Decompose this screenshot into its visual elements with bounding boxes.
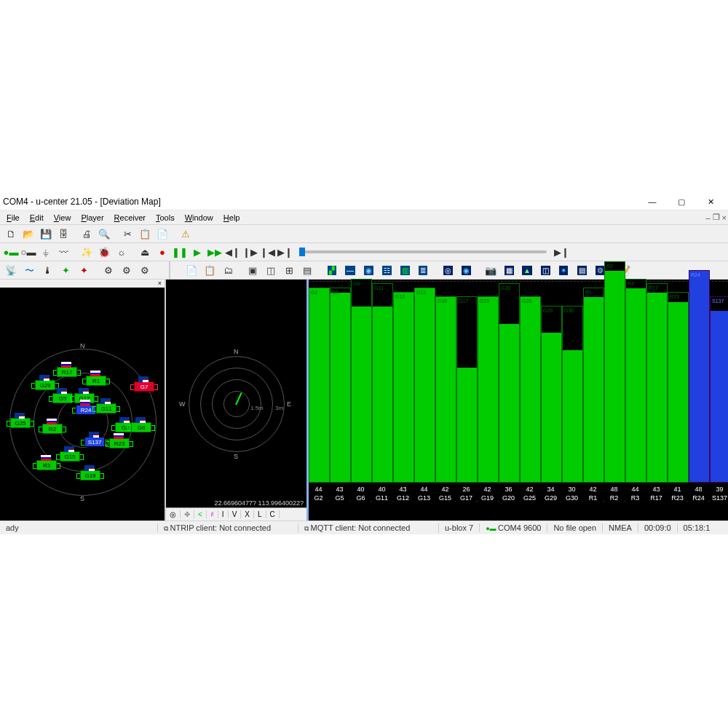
sat-R23[interactable]: R23 [109, 438, 130, 448]
sat-R1[interactable]: R1 [86, 376, 106, 386]
gear2-icon[interactable]: ⚙ [118, 262, 135, 278]
bar-R2[interactable]: R248R2 [604, 241, 624, 502]
menu-tools[interactable]: Tools [151, 213, 180, 223]
bar-G15[interactable]: G1542G15 [435, 241, 455, 502]
bar-G29[interactable]: G2934G29 [541, 241, 561, 502]
layout2-icon[interactable]: ◫ [262, 262, 280, 278]
doc-icon[interactable]: 📄 [183, 262, 200, 278]
maximize-button[interactable]: ▢ [667, 194, 696, 210]
skip-fwd-icon[interactable]: ▶❙ [276, 244, 293, 260]
dev-btn-x[interactable]: X [241, 510, 254, 518]
skyview-close-icon[interactable]: × [158, 280, 162, 287]
layout1-icon[interactable]: ▣ [244, 262, 261, 278]
gear3-icon[interactable]: ⚙ [136, 262, 154, 278]
cut-icon[interactable]: ✂ [119, 226, 136, 242]
menu-view[interactable]: View [49, 213, 76, 223]
mdi-restore-icon[interactable]: ❐ [713, 213, 720, 222]
step-fwd-icon[interactable]: ❙▶ [241, 244, 258, 260]
menu-player[interactable]: Player [76, 213, 108, 223]
bar-R17[interactable]: R1743R17 [646, 241, 666, 502]
dev-btn-grid-icon[interactable]: ♯ [207, 510, 218, 518]
print-icon[interactable]: 🖨 [78, 226, 95, 242]
status-mqtt: MQTT client: Not connected [311, 523, 411, 532]
signal-icon[interactable]: 〰 [55, 244, 72, 260]
saveas-icon[interactable]: 🗄 [55, 226, 72, 242]
bar-R3[interactable]: R344R3 [625, 241, 645, 502]
paste-icon[interactable]: 📄 [154, 226, 171, 242]
bar-R1[interactable]: R142R1 [583, 241, 603, 502]
bug-icon[interactable]: 🐞 [95, 244, 113, 260]
bar-G13[interactable]: G1344G13 [414, 241, 434, 502]
sat-R2[interactable]: R2 [42, 424, 63, 434]
sat-G5[interactable]: G5 [52, 393, 73, 403]
dev-btn-c[interactable]: C [266, 510, 280, 518]
minimize-button[interactable]: — [638, 194, 667, 210]
folder-icon[interactable]: 🗂 [219, 262, 237, 278]
dev-btn-lt-icon[interactable]: < [194, 510, 207, 518]
play-icon[interactable]: ▶ [189, 244, 206, 260]
bar-G5[interactable]: G543G5 [330, 241, 349, 502]
bar-G19[interactable]: G1942G19 [478, 241, 497, 502]
status-t2: 05:18:1 [678, 523, 716, 532]
menu-window[interactable]: Window [180, 213, 218, 223]
mdi-close-icon[interactable]: × [722, 213, 727, 222]
wave-icon[interactable]: 〜 [20, 262, 38, 278]
sat-G15[interactable]: G15 [60, 451, 80, 462]
mdi-minimize-icon[interactable]: – [705, 213, 710, 222]
dev-btn-i[interactable]: I [218, 510, 229, 518]
pause-icon[interactable]: ❚❚ [171, 244, 189, 260]
disconnect-icon[interactable]: ○▬ [20, 244, 37, 260]
bar-R23[interactable]: R2341R23 [668, 241, 687, 502]
gear-icon[interactable]: ⚙ [100, 262, 117, 278]
menu-edit[interactable]: Edit [25, 213, 49, 223]
save-icon[interactable]: 💾 [37, 226, 55, 242]
copy-icon[interactable]: 📋 [136, 226, 154, 242]
dev-btn-move-icon[interactable]: ✥ [181, 510, 194, 518]
bar-G12[interactable]: G1243G12 [393, 241, 413, 502]
sat-G6[interactable]: G6 [131, 422, 151, 432]
bar-R24[interactable]: R2448R24 [689, 241, 708, 502]
bar-G30[interactable]: G3030G30 [562, 241, 582, 502]
dev-btn-target-icon[interactable]: ◎ [166, 510, 181, 518]
bar-G6[interactable]: G640G6 [351, 241, 371, 502]
bar-S137[interactable]: S13739S137 [710, 241, 728, 502]
sat-G25[interactable]: G25 [10, 418, 31, 428]
sat-red-icon[interactable]: ✦ [75, 262, 92, 278]
bar-G17[interactable]: G1726G17 [456, 241, 476, 502]
preview-icon[interactable]: 🔍 [95, 226, 113, 242]
eject-icon[interactable]: ⏏ [136, 244, 154, 260]
ff-icon[interactable]: ▶▶ [206, 244, 223, 260]
bar-G25[interactable]: G2542G25 [520, 241, 539, 502]
sat-G19[interactable]: G19 [80, 470, 100, 480]
menu-receiver[interactable]: Receiver [109, 213, 151, 223]
menu-help[interactable]: Help [218, 213, 245, 223]
dev-btn-v[interactable]: V [229, 510, 242, 518]
sat-green-icon[interactable]: ✦ [57, 262, 74, 278]
menu-file[interactable]: File [1, 213, 25, 223]
record-icon[interactable]: ● [154, 244, 171, 260]
skip-back-icon[interactable]: ❙◀ [258, 244, 276, 260]
sat-R3[interactable]: R3 [36, 460, 57, 470]
open-icon[interactable]: 📂 [20, 226, 37, 242]
thermo-icon[interactable]: 🌡 [39, 262, 56, 278]
antenna-icon[interactable]: 📡 [2, 262, 20, 278]
close-button[interactable]: ✕ [696, 194, 725, 210]
sat-S137[interactable]: S137 [84, 437, 105, 447]
bar-G2[interactable]: G244G2 [309, 241, 328, 502]
sat-R17[interactable]: R17 [57, 367, 77, 377]
wand-icon[interactable]: ✨ [78, 244, 95, 260]
dev-btn-l[interactable]: L [254, 510, 266, 518]
stop-build-icon[interactable]: ⚠ [177, 226, 194, 242]
layout3-icon[interactable]: ⊞ [280, 262, 298, 278]
sat-G29[interactable]: G29 [35, 380, 55, 390]
connect-icon[interactable]: ●▬ [2, 244, 20, 260]
new-icon[interactable]: 🗋 [2, 226, 20, 242]
bar-G20[interactable]: G2036G20 [499, 241, 518, 502]
pulse-icon[interactable]: ⏚ [37, 244, 55, 260]
bar-G11[interactable]: G1140G11 [372, 241, 392, 502]
step-back-icon[interactable]: ◀❙ [223, 244, 241, 260]
sat-G11[interactable]: G11 [96, 403, 116, 414]
sun-icon[interactable]: ☼ [113, 244, 130, 260]
copy2-icon[interactable]: 📋 [201, 262, 218, 278]
sat-G7[interactable]: G7 [134, 381, 154, 392]
